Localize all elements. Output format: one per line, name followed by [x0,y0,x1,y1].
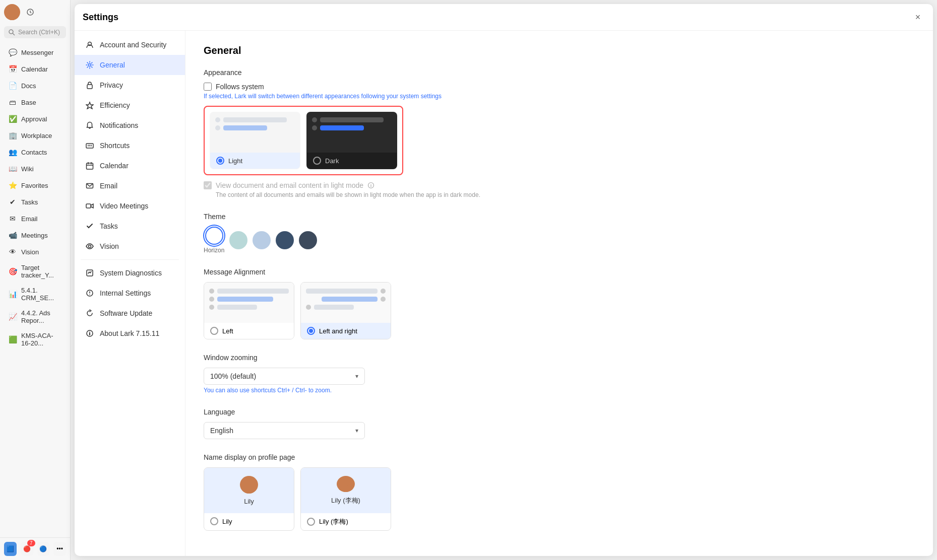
update-icon [85,308,95,318]
name-cards: Lily Lily Lily (李梅) [204,467,915,531]
sidebar-item-tasks[interactable]: ✔ Tasks [2,194,68,210]
sidebar-item-contacts[interactable]: 👥 Contacts [2,144,68,160]
light-label: Light [228,157,242,165]
name-radio-2[interactable] [307,518,315,526]
theme-item-3 [253,231,271,249]
lr-align-radio[interactable] [307,327,315,335]
light-radio[interactable] [216,157,224,165]
settings-nav-general[interactable]: General [75,55,185,75]
settings-nav-update[interactable]: Software Update [75,303,185,323]
sidebar-item-crm[interactable]: 📊 5.4.1. CRM_SE... [2,283,68,305]
name-card-1[interactable]: Lily Lily [204,467,294,531]
sidebar-label-wiki: Wiki [21,165,34,173]
follows-system-checkbox[interactable] [204,83,212,91]
settings-nav-label-internal: Internal Settings [100,289,151,297]
settings-nav-label-calendar: Calendar [100,162,129,170]
close-button[interactable]: × [911,10,925,24]
internal-icon [85,288,95,298]
lr-align-label: Left and right [319,327,357,335]
bottom-icon-1[interactable]: 🟦 [4,542,17,556]
settings-nav-label-tasks: Tasks [100,222,118,230]
contacts-icon: 👥 [8,148,17,157]
follows-system-label: Follows system [216,83,264,91]
view-doc-checkbox[interactable] [204,181,212,189]
settings-nav-video[interactable]: Video Meetings [75,196,185,216]
bottom-icon-4[interactable]: ••• [53,542,66,556]
left-align-radio[interactable] [210,327,218,335]
messenger-icon: 💬 [8,48,17,57]
sidebar-item-meetings[interactable]: 📹 Meetings [2,227,68,243]
dark-label: Dark [325,157,339,165]
language-dropdown[interactable]: English ▾ [204,422,365,439]
name-card-2[interactable]: Lily (李梅) Lily (李梅) [300,467,391,531]
dark-mode-card[interactable]: Dark [306,112,397,169]
left-align-label: Left [222,327,233,335]
theme-circle-2[interactable] [229,231,247,249]
settings-nav-internal[interactable]: Internal Settings [75,283,185,303]
docs-icon: 📄 [8,81,17,90]
left-sidebar: Search (Ctrl+K) 💬 Messenger 📅 Calendar 📄… [0,0,71,560]
theme-circle-3[interactable] [253,231,271,249]
light-mode-card[interactable]: Light [210,112,300,169]
sidebar-item-target[interactable]: 🎯 Target tracker_Y... [2,260,68,283]
settings-body: Account and Security General Privacy Eff… [75,31,933,556]
settings-nav-label-diagnostics: System Diagnostics [100,269,162,277]
ads-icon: 📈 [8,312,17,321]
settings-nav-privacy[interactable]: Privacy [75,75,185,95]
sidebar-item-favorites[interactable]: ⭐ Favorites [2,177,68,193]
workplace-icon: 🏢 [8,131,17,140]
settings-nav-efficiency[interactable]: Efficiency [75,95,185,115]
settings-nav-vision[interactable]: Vision [75,236,185,256]
settings-nav-label-account: Account and Security [100,41,166,49]
name-radio-1[interactable] [210,517,218,525]
settings-nav-calendar[interactable]: Calendar [75,156,185,176]
bottom-icon-3[interactable]: 🔵 [37,542,50,556]
dark-preview [307,112,397,153]
search-bar[interactable]: Search (Ctrl+K) [4,26,66,38]
settings-nav-label-shortcuts: Shortcuts [100,142,130,150]
settings-nav-email[interactable]: Email [75,176,185,196]
sidebar-item-kms[interactable]: 🟩 KMS-ACA-16-20... [2,328,68,351]
settings-nav-about[interactable]: About Lark 7.15.11 [75,323,185,343]
sidebar-item-wiki[interactable]: 📖 Wiki [2,161,68,177]
sidebar-label-docs: Docs [21,82,36,90]
sidebar-item-docs[interactable]: 📄 Docs [2,78,68,94]
window-zoom-section: Window zooming 100% (default) ▾ You can … [204,354,915,394]
favorites-icon: ⭐ [8,181,17,190]
settings-nav-tasks[interactable]: Tasks [75,216,185,236]
theme-circle-5[interactable] [299,231,317,249]
theme-circle-4[interactable] [276,231,294,249]
settings-nav-shortcuts[interactable]: Shortcuts [75,135,185,156]
appearance-label: Appearance [204,68,915,77]
sidebar-item-ads[interactable]: 📈 4.4.2. Ads Repor... [2,306,68,328]
theme-circle-1[interactable] [205,227,223,245]
dark-radio[interactable] [313,157,321,165]
sidebar-item-base[interactable]: 🗃 Base [2,94,68,110]
sidebar-item-vision[interactable]: 👁 Vision [2,244,68,260]
settings-nav-diagnostics[interactable]: System Diagnostics [75,263,185,283]
svg-marker-8 [86,102,93,109]
avatar[interactable] [4,4,20,20]
sidebar-item-approval[interactable]: ✅ Approval [2,111,68,127]
zoom-dropdown[interactable]: 100% (default) ▾ [204,368,365,385]
settings-nav-account[interactable]: Account and Security [75,35,185,55]
language-label: Language [204,408,915,416]
settings-window: Settings × Account and Security General [75,4,933,556]
sidebar-item-email[interactable]: ✉ Email [2,211,68,227]
settings-nav-notifications[interactable]: Notifications [75,115,185,135]
sidebar-label-target: Target tracker_Y... [21,264,62,279]
name-label-2: Lily (李梅) [319,517,348,526]
history-button[interactable] [24,6,36,18]
sidebar-item-workplace[interactable]: 🏢 Workplace [2,127,68,144]
sidebar-item-calendar[interactable]: 📅 Calendar [2,61,68,77]
alignment-lr-card[interactable]: Left and right [300,282,391,339]
name-display-section: Name display on profile page Lily Lily [204,453,915,531]
about-icon [85,328,95,338]
svg-point-23 [89,294,90,295]
svg-point-26 [89,331,90,332]
wiki-icon: 📖 [8,164,17,173]
light-card-footer: Light [210,153,300,169]
sidebar-item-messenger[interactable]: 💬 Messenger [2,44,68,60]
alignment-left-card[interactable]: Left [204,282,294,339]
bottom-icon-2[interactable]: 🔴 7 [21,542,33,556]
